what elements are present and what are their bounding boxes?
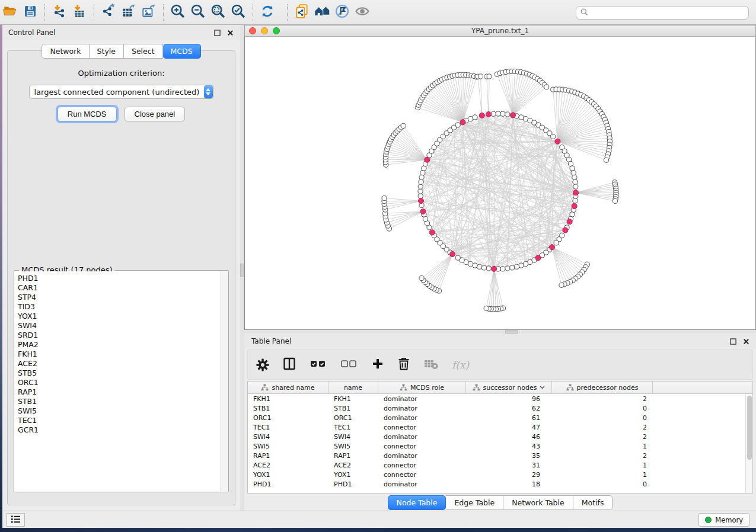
- tab-network-table[interactable]: Network Table: [503, 495, 573, 510]
- cell-mcds_role[interactable]: dominator: [378, 405, 466, 412]
- cell-name[interactable]: STB1: [328, 405, 378, 412]
- cell-name[interactable]: SWI4: [328, 433, 378, 441]
- cell-successor_nodes[interactable]: 61: [466, 414, 552, 422]
- table-scrollbar[interactable]: [745, 395, 752, 493]
- open-folder-button[interactable]: [0, 2, 20, 23]
- cell-name[interactable]: ORC1: [328, 414, 378, 422]
- cell-predecessor_nodes[interactable]: 1: [552, 443, 653, 450]
- mcds-result-item[interactable]: PMA2: [18, 340, 221, 350]
- table-row[interactable]: SWI4SWI4dominator462: [248, 432, 752, 441]
- table-row[interactable]: FKH1FKH1dominator962: [248, 394, 752, 403]
- cell-successor_nodes[interactable]: 47: [466, 424, 552, 431]
- table-row[interactable]: YOX1YOX1connector291: [248, 470, 752, 480]
- cell-mcds_role[interactable]: connector: [378, 462, 466, 469]
- cell-successor_nodes[interactable]: 29: [466, 471, 552, 479]
- search-input[interactable]: [591, 9, 745, 17]
- zoom-out-button[interactable]: [188, 2, 208, 23]
- mcds-result-item[interactable]: FKH1: [18, 350, 221, 359]
- mcds-result-item[interactable]: YOX1: [18, 312, 221, 321]
- cell-predecessor_nodes[interactable]: 2: [552, 424, 653, 431]
- column-header-name[interactable]: name: [328, 382, 378, 393]
- tab-style[interactable]: Style: [90, 44, 124, 59]
- cell-mcds_role[interactable]: connector: [378, 424, 466, 431]
- cell-shared_name[interactable]: SWI4: [248, 433, 328, 441]
- table-row[interactable]: RAP1RAP1dominator352: [248, 451, 752, 461]
- table-row[interactable]: STB1STB1dominator620: [248, 403, 752, 413]
- close-panel-button[interactable]: Close panel: [125, 107, 186, 121]
- network-overview-button[interactable]: [312, 2, 332, 23]
- mcds-result-item[interactable]: PHD1: [18, 274, 221, 283]
- tab-motifs[interactable]: Motifs: [573, 495, 613, 510]
- cell-successor_nodes[interactable]: 31: [466, 462, 552, 469]
- column-header-predecessor-nodes[interactable]: predecessor nodes: [552, 382, 653, 393]
- mcds-result-item[interactable]: RAP1: [18, 387, 221, 397]
- cell-predecessor_nodes[interactable]: 0: [552, 405, 653, 412]
- cell-mcds_role[interactable]: connector: [378, 443, 466, 450]
- cell-mcds_role[interactable]: dominator: [378, 395, 466, 403]
- tab-node-table[interactable]: Node Table: [388, 495, 446, 510]
- table-settings-button[interactable]: [256, 358, 269, 371]
- close-panel-icon[interactable]: [742, 338, 750, 345]
- mcds-result-item[interactable]: SWI4: [18, 321, 221, 331]
- cell-mcds_role[interactable]: dominator: [378, 433, 466, 441]
- mcds-result-item[interactable]: SWI5: [18, 406, 221, 416]
- cell-successor_nodes[interactable]: 62: [466, 405, 552, 412]
- cell-predecessor_nodes[interactable]: 0: [552, 480, 653, 488]
- mcds-result-scrollbar[interactable]: [221, 271, 228, 491]
- cell-shared_name[interactable]: TEC1: [248, 424, 328, 431]
- network-canvas[interactable]: [244, 37, 756, 330]
- cell-name[interactable]: PHD1: [328, 480, 378, 488]
- cell-shared_name[interactable]: RAP1: [248, 452, 328, 460]
- export-network-button[interactable]: [98, 2, 119, 23]
- column-header-MCDS-role[interactable]: MCDS role: [378, 382, 466, 393]
- save-button[interactable]: [20, 2, 40, 23]
- zoom-fit-button[interactable]: [208, 2, 228, 23]
- toolbar-search[interactable]: [576, 6, 749, 20]
- cell-shared_name[interactable]: ORC1: [248, 414, 328, 422]
- mcds-result-item[interactable]: TEC1: [18, 416, 221, 425]
- cell-predecessor_nodes[interactable]: 2: [552, 433, 653, 441]
- cell-shared_name[interactable]: STB1: [248, 405, 328, 412]
- import-network-button[interactable]: [49, 2, 69, 23]
- cell-name[interactable]: FKH1: [328, 395, 378, 403]
- zoom-in-button[interactable]: [168, 2, 188, 23]
- cell-successor_nodes[interactable]: 96: [466, 395, 552, 403]
- export-image-button[interactable]: [139, 2, 159, 23]
- node-table[interactable]: shared namenameMCDS rolesuccessor nodesp…: [247, 381, 753, 493]
- cell-predecessor_nodes[interactable]: 0: [552, 414, 653, 422]
- share-document-button[interactable]: [292, 2, 312, 23]
- mcds-result-list[interactable]: PHD1CAR1STP4TID3YOX1SWI4SRD1PMA2FKH1ACE2…: [15, 271, 221, 491]
- tab-select[interactable]: Select: [124, 44, 163, 59]
- cell-successor_nodes[interactable]: 35: [466, 452, 552, 460]
- table-scrollbar-thumb[interactable]: [747, 396, 752, 460]
- mcds-result-item[interactable]: STB5: [18, 368, 221, 378]
- cell-predecessor_nodes[interactable]: 1: [552, 462, 653, 469]
- refresh-button[interactable]: [257, 2, 277, 23]
- cell-name[interactable]: ACE2: [328, 462, 378, 469]
- float-window-icon[interactable]: [729, 338, 737, 345]
- column-header-shared-name[interactable]: shared name: [248, 382, 328, 393]
- cell-successor_nodes[interactable]: 18: [466, 480, 552, 488]
- import-table-button[interactable]: [69, 2, 90, 23]
- mcds-result-item[interactable]: GCR1: [18, 425, 221, 435]
- table-row[interactable]: PHD1PHD1dominator180: [248, 480, 752, 489]
- criterion-select[interactable]: largest connected component (undirected): [29, 85, 214, 99]
- delete-column-button[interactable]: [397, 357, 410, 373]
- memory-button[interactable]: Memory: [698, 513, 749, 527]
- cell-name[interactable]: YOX1: [328, 471, 378, 479]
- mcds-result-item[interactable]: ACE2: [18, 359, 221, 368]
- network-graph[interactable]: [245, 37, 755, 329]
- cell-shared_name[interactable]: FKH1: [248, 395, 328, 403]
- table-row[interactable]: SWI5SWI5connector431: [248, 441, 752, 451]
- export-table-button[interactable]: [119, 2, 139, 23]
- vertical-splitter[interactable]: [240, 25, 244, 511]
- cell-mcds_role[interactable]: dominator: [378, 452, 466, 460]
- tab-network[interactable]: Network: [42, 44, 89, 59]
- close-panel-icon[interactable]: [227, 29, 234, 37]
- select-all-button[interactable]: [310, 358, 327, 371]
- zoom-selected-button[interactable]: [228, 2, 248, 23]
- table-row[interactable]: ACE2ACE2connector311: [248, 461, 752, 470]
- mcds-result-item[interactable]: STB1: [18, 397, 221, 406]
- show-columns-button[interactable]: [282, 357, 296, 373]
- task-history-button[interactable]: [7, 513, 25, 527]
